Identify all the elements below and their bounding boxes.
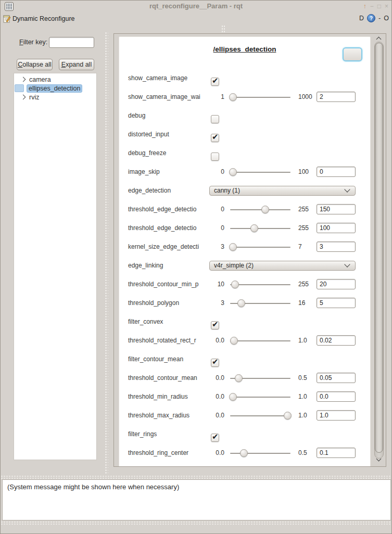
param-label: edge_detection — [128, 187, 206, 194]
slider-max-label: 0.5 — [298, 449, 313, 456]
vertical-splitter[interactable] — [105, 32, 108, 474]
param-row-threshold_max_radius: threshold_max_radius 0.0 1.0 — [119, 406, 370, 425]
param-checkbox[interactable] — [211, 359, 219, 367]
param-label: threshold_contour_min_p — [128, 281, 206, 288]
slider-handle[interactable] — [229, 393, 237, 401]
slider-handle[interactable] — [231, 281, 239, 288]
param-slider[interactable] — [229, 374, 292, 382]
param-value-input[interactable] — [317, 241, 356, 252]
param-value-input[interactable] — [317, 335, 356, 346]
tree-item-label: rviz — [29, 94, 39, 101]
param-slider[interactable] — [229, 337, 292, 345]
expand-arrow-icon[interactable] — [21, 95, 26, 100]
param-value-input[interactable] — [317, 167, 356, 177]
slider-handle[interactable] — [229, 93, 237, 101]
dropdown-selected-value: v4r_simple (2) — [210, 262, 345, 269]
tree-item-camera[interactable]: camera — [14, 75, 96, 84]
expand-all-button[interactable]: Expand all — [59, 59, 94, 70]
param-value-input[interactable] — [317, 373, 356, 383]
dock-button[interactable]: D — [359, 15, 364, 22]
splitter-handle[interactable] — [221, 25, 225, 32]
tree-item-label: camera — [29, 76, 51, 83]
tree-item-ellipses_detection[interactable]: ellipses_detection — [14, 84, 96, 93]
plugin-minimize-button[interactable]: - — [378, 15, 381, 22]
slider-handle[interactable] — [284, 412, 292, 419]
status-splitter-bottom[interactable] — [1, 521, 391, 525]
slider-handle[interactable] — [229, 168, 237, 176]
param-label: show_camera_image — [128, 74, 206, 82]
scroll-down-icon[interactable] — [377, 457, 381, 461]
slider-track[interactable] — [230, 453, 290, 454]
slider-handle[interactable] — [261, 206, 269, 213]
slider-track[interactable] — [230, 415, 290, 416]
param-value-input[interactable] — [317, 223, 356, 233]
node-title: /ellipses_detection — [119, 45, 370, 57]
slider-track[interactable] — [230, 209, 290, 210]
slider-min-label: 0 — [209, 224, 224, 232]
filter-key-input[interactable] — [49, 37, 94, 48]
param-slider[interactable] — [229, 449, 292, 457]
slider-track[interactable] — [230, 228, 290, 229]
slider-handle[interactable] — [237, 299, 245, 307]
status-splitter-top[interactable] — [1, 475, 391, 479]
close-icon[interactable]: × — [385, 2, 388, 11]
param-row-show_camera_image_wai: show_camera_image_wai 1 1000 — [119, 87, 370, 106]
param-checkbox[interactable] — [211, 134, 219, 142]
scrollbar-thumb[interactable] — [375, 43, 383, 453]
param-label: show_camera_image_wai — [128, 93, 206, 100]
param-slider[interactable] — [229, 224, 292, 232]
param-value-input[interactable] — [317, 448, 356, 458]
help-icon[interactable]: ? — [367, 14, 375, 22]
slider-handle[interactable] — [230, 337, 238, 345]
param-slider[interactable] — [229, 299, 292, 307]
slider-handle[interactable] — [229, 243, 237, 251]
param-checkbox[interactable] — [211, 321, 219, 329]
param-checkbox[interactable] — [211, 115, 219, 123]
param-slider[interactable] — [229, 93, 292, 101]
param-checkbox[interactable] — [211, 78, 219, 86]
minimize-icon[interactable]: − — [370, 2, 374, 11]
param-checkbox[interactable] — [211, 152, 219, 161]
collapse-all-button[interactable]: Collapse all — [17, 59, 53, 70]
param-row-threshold_edge_detectio: threshold_edge_detectio 0 255 — [119, 200, 370, 219]
param-dropdown[interactable]: canny (1) — [209, 186, 356, 196]
slider-handle[interactable] — [250, 224, 258, 232]
slider-min-label: 0 — [209, 168, 224, 175]
param-label: threshold_edge_detectio — [128, 224, 206, 232]
slider-max-label: 7 — [298, 243, 313, 250]
slider-track[interactable] — [230, 284, 290, 285]
param-checkbox[interactable] — [211, 434, 219, 442]
chevron-down-icon — [344, 186, 350, 192]
slider-track[interactable] — [230, 397, 290, 398]
param-slider[interactable] — [229, 393, 292, 401]
param-label: filter_contour_mean — [128, 355, 206, 363]
param-slider[interactable] — [229, 168, 292, 176]
param-row-threshold_polygon: threshold_polygon 3 16 — [119, 294, 370, 312]
expand-arrow-icon[interactable] — [21, 77, 26, 82]
param-value-input[interactable] — [317, 391, 356, 402]
node-close-button[interactable] — [343, 47, 362, 61]
tree-item-rviz[interactable]: rviz — [14, 93, 96, 101]
param-value-input[interactable] — [317, 204, 356, 214]
param-value-input[interactable] — [317, 92, 356, 102]
param-slider[interactable] — [229, 281, 292, 288]
param-value-input[interactable] — [317, 279, 356, 289]
slider-max-label: 100 — [298, 168, 313, 175]
param-value-input[interactable] — [317, 410, 356, 421]
slider-track[interactable] — [230, 97, 290, 98]
slider-handle[interactable] — [240, 449, 248, 457]
slider-track[interactable] — [230, 172, 290, 173]
param-dropdown[interactable]: v4r_simple (2) — [209, 261, 356, 271]
scroll-up-icon[interactable] — [377, 36, 381, 40]
maximize-icon[interactable]: □ — [377, 2, 381, 11]
slider-track[interactable] — [230, 340, 290, 341]
unmaximize-icon[interactable]: ↑ — [363, 2, 366, 11]
slider-handle[interactable] — [235, 374, 243, 382]
param-slider[interactable] — [229, 243, 292, 251]
param-label: filter_convex — [128, 318, 206, 325]
plugin-close-button[interactable]: O — [384, 15, 389, 22]
param-value-input[interactable] — [317, 298, 356, 308]
param-slider[interactable] — [229, 206, 292, 213]
slider-track[interactable] — [230, 247, 290, 248]
param-slider[interactable] — [229, 412, 292, 419]
